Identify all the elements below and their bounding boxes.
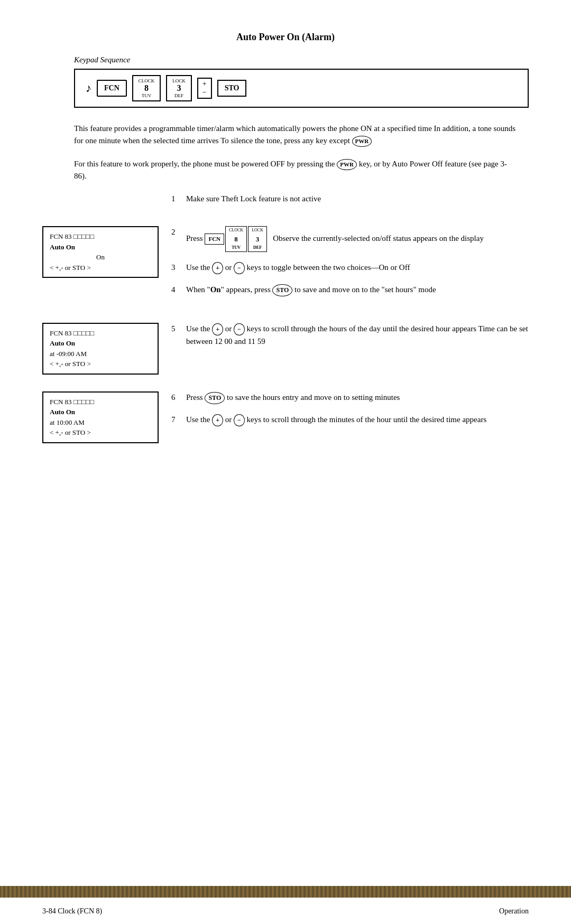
inline-keys-2: FCN CLOCK 8 TUV LOCK 3 DEF bbox=[205, 226, 267, 252]
step-num-6: 6 bbox=[171, 391, 186, 404]
steps-col-6: 6 Press STO to save the hours entry and … bbox=[171, 391, 529, 436]
inline-minus-key-5: − bbox=[234, 323, 245, 335]
step-item-3: 3 Use the + or − keys to toggle between … bbox=[171, 262, 529, 274]
step-row-1: 1 Make sure Theft Lock feature is not ac… bbox=[42, 193, 529, 214]
step-item-7: 7 Use the + or − keys to scroll through … bbox=[171, 414, 529, 426]
fcn-key: FCN bbox=[97, 80, 127, 97]
inline-sto-key-4: STO bbox=[272, 284, 292, 296]
step-num-1: 1 bbox=[171, 193, 186, 205]
lcd-display-2: FCN 83 □□□□□ Auto On at -09:00 AM < +,- … bbox=[42, 323, 159, 375]
step-text-1: Make sure Theft Lock feature is not acti… bbox=[186, 193, 529, 205]
page: Auto Power On (Alarm) Keypad Sequence ♪ … bbox=[0, 0, 571, 924]
page-title: Auto Power On (Alarm) bbox=[42, 32, 529, 43]
lcd-display-3: FCN 83 □□□□□ Auto On at 10:00 AM < +,- o… bbox=[42, 391, 159, 443]
lcd-2-line4: < +,- or STO > bbox=[50, 359, 151, 369]
lcd-3-line1: FCN 83 □□□□□ bbox=[50, 397, 151, 407]
lcd-2-line1: FCN 83 □□□□□ bbox=[50, 328, 151, 339]
step-num-5: 5 bbox=[171, 323, 186, 335]
description-block-2: For this feature to work properly, the p… bbox=[74, 158, 518, 183]
inline-fcn-key: FCN bbox=[205, 234, 224, 245]
8-tuv-key: CLOCK 8 TUV bbox=[132, 75, 161, 101]
content-area: 1 Make sure Theft Lock feature is not ac… bbox=[42, 193, 529, 892]
pwr-badge-2: PWR bbox=[337, 159, 357, 170]
step-item-1: 1 Make sure Theft Lock feature is not ac… bbox=[171, 193, 529, 205]
inline-minus-key-7: − bbox=[234, 414, 245, 426]
lcd-display-1: FCN 83 □□□□□ Auto On On < +,- or STO > bbox=[42, 226, 159, 278]
step-num-2: 2 bbox=[171, 226, 186, 238]
step-text-5: Use the + or − keys to scroll through th… bbox=[186, 323, 529, 348]
step-text-4: When "On" appears, press STO to save and… bbox=[186, 284, 529, 296]
pwr-badge-1: PWR bbox=[352, 136, 372, 147]
description-block-1: This feature provides a programmable tim… bbox=[74, 123, 518, 147]
keypad-label: Keypad Sequence bbox=[74, 55, 529, 64]
lcd-1-line3: On bbox=[50, 252, 151, 263]
inline-sto-key-6: STO bbox=[205, 392, 225, 404]
lcd-2-line2: Auto On bbox=[50, 338, 151, 349]
inline-plus-key-3: + bbox=[212, 262, 223, 274]
keypad-sequence-box: ♪ FCN CLOCK 8 TUV LOCK 3 DEF + − STO bbox=[74, 69, 529, 108]
step-text-7: Use the + or − keys to scroll through th… bbox=[186, 414, 529, 426]
plus-minus-key: + − bbox=[197, 78, 212, 99]
steps-col-2: 2 Press FCN CLOCK 8 TUV LOCK bbox=[171, 226, 529, 306]
steps-col-5: 5 Use the + or − keys to scroll through … bbox=[171, 323, 529, 357]
footer-left: 3-84 Clock (FCN 8) bbox=[42, 907, 102, 916]
step-item-5: 5 Use the + or − keys to scroll through … bbox=[171, 323, 529, 348]
lcd-1-line1: FCN 83 □□□□□ bbox=[50, 231, 151, 242]
inline-8tuv-key: CLOCK 8 TUV bbox=[225, 226, 247, 252]
lcd-2-line3: at -09:00 AM bbox=[50, 349, 151, 359]
lcd-3-line2: Auto On bbox=[50, 407, 151, 417]
sto-key: STO bbox=[217, 80, 247, 97]
description-text-1: This feature provides a programmable tim… bbox=[74, 124, 515, 145]
step-row-6: FCN 83 □□□□□ Auto On at 10:00 AM < +,- o… bbox=[42, 391, 529, 443]
lcd-1-line4: < +,- or STO > bbox=[50, 263, 151, 273]
step-row-5: FCN 83 □□□□□ Auto On at -09:00 AM < +,- … bbox=[42, 323, 529, 375]
inline-3def-key: LOCK 3 DEF bbox=[248, 226, 267, 252]
lcd-3-line4: < +,- or STO > bbox=[50, 427, 151, 438]
footer-right: Operation bbox=[499, 907, 529, 916]
cursor-icon: ♪ bbox=[86, 81, 91, 95]
inline-plus-key-5: + bbox=[212, 323, 223, 335]
step-row-2: FCN 83 □□□□□ Auto On On < +,- or STO > 2… bbox=[42, 226, 529, 306]
step-text-3: Use the + or − keys to toggle between th… bbox=[186, 262, 529, 274]
step-item-4: 4 When "On" appears, press STO to save a… bbox=[171, 284, 529, 296]
description-text-2: For this feature to work properly, the p… bbox=[74, 160, 335, 168]
step-text-6: Press STO to save the hours entry and mo… bbox=[186, 391, 529, 404]
3-def-key: LOCK 3 DEF bbox=[166, 75, 192, 101]
footer-text: 3-84 Clock (FCN 8) Operation bbox=[42, 907, 529, 916]
step-text-2: Press FCN CLOCK 8 TUV LOCK 3 DEF bbox=[186, 226, 529, 252]
inline-plus-key-7: + bbox=[212, 414, 223, 426]
step-num-7: 7 bbox=[171, 414, 186, 426]
lcd-3-line3: at 10:00 AM bbox=[50, 417, 151, 428]
footer-bar bbox=[0, 886, 571, 898]
step-num-3: 3 bbox=[171, 262, 186, 274]
step-item-2: 2 Press FCN CLOCK 8 TUV LOCK bbox=[171, 226, 529, 252]
step-item-6: 6 Press STO to save the hours entry and … bbox=[171, 391, 529, 404]
step-num-4: 4 bbox=[171, 284, 186, 296]
inline-minus-key-3: − bbox=[234, 262, 245, 274]
steps-col-1: 1 Make sure Theft Lock feature is not ac… bbox=[171, 193, 529, 214]
lcd-1-line2: Auto On bbox=[50, 242, 151, 253]
